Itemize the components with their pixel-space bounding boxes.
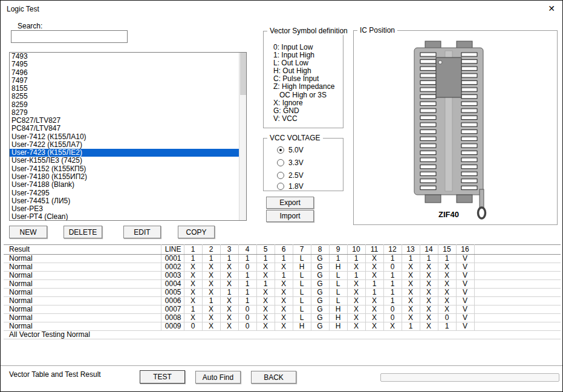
pin-value-cell: X	[365, 305, 383, 314]
vcc-option-1.8v[interactable]: 1.8V	[277, 182, 304, 191]
list-item[interactable]: User-РЕ3	[10, 205, 239, 213]
pin-value-cell: X	[347, 289, 365, 297]
pin-value-cell: X	[220, 305, 238, 314]
vcc-option-2.5v[interactable]: 2.5V	[277, 171, 304, 180]
back-button[interactable]: BACK	[251, 371, 296, 384]
list-item[interactable]: User-7422 (К155ЛА7)	[10, 141, 239, 149]
vcc-option-label: 5.0V	[288, 146, 304, 154]
pin-value-cell: 1	[329, 255, 347, 263]
pin-value-cell: L	[293, 255, 311, 263]
pin-value-cell: X	[256, 272, 275, 280]
vcc-option-3.3v[interactable]: 3.3V	[277, 158, 304, 167]
pin-value-cell: X	[402, 305, 420, 314]
pin-value-cell: 0	[438, 314, 456, 322]
list-item[interactable]: User-74451 (ЛИ5)	[10, 197, 239, 205]
list-item[interactable]: User-РТ4 (Clean)	[10, 213, 239, 220]
pin-value-cell: X	[275, 314, 293, 322]
pin-value-cell: V	[456, 314, 474, 322]
vector-symbol-line: X: Ignore	[273, 99, 343, 107]
ic-listbox[interactable]: 74937495749674978155825582598279PC827/LT…	[9, 52, 247, 221]
result-row[interactable]: Normal0001111111LG11X1111V	[4, 255, 561, 263]
list-item[interactable]: PC847/LTV847	[10, 125, 239, 132]
auto-find-button[interactable]: Auto Find	[195, 371, 241, 384]
search-input[interactable]	[11, 30, 128, 43]
radio-icon[interactable]	[277, 159, 284, 166]
result-row[interactable]: Normal0006X1X1XXLGLXX1XXXV	[4, 297, 561, 305]
listbox-scrollbar[interactable]	[239, 53, 246, 220]
ic-list-items: 74937495749674978155825582598279PC827/LT…	[10, 53, 239, 220]
radio-icon[interactable]	[277, 172, 284, 179]
result-row[interactable]: Normal0003XXX1X1LGL1X1XXXV	[4, 272, 561, 280]
list-item[interactable]: User-74180 (К155ИП2)	[10, 173, 239, 181]
list-item[interactable]: 8279	[10, 109, 239, 117]
list-item[interactable]: 7496	[10, 69, 239, 77]
list-item[interactable]: 8155	[10, 85, 239, 93]
pin-value-cell: X	[202, 314, 220, 322]
pin-value-cell: G	[311, 305, 329, 314]
list-item[interactable]: 7495	[10, 60, 239, 68]
test-button[interactable]: TEST	[140, 370, 185, 384]
result-row[interactable]: Normal0005XX11XXLGLX11XXXV	[4, 289, 561, 297]
vcc-option-5.0v[interactable]: 5.0V	[277, 146, 304, 154]
list-item[interactable]: User-74295	[10, 189, 239, 197]
pin-value-cell: V	[456, 280, 474, 289]
pin-value-cell: X	[275, 289, 293, 297]
result-row[interactable]: Normal0002XXX0XXHGHXX0XXXV	[4, 263, 561, 272]
pin-value-cell: 1	[238, 297, 256, 305]
pin-value-cell: X	[365, 255, 383, 263]
vcc-voltage-groupbox: VCC VOLTAGE 5.0V3.3V2.5V1.8V	[263, 138, 343, 191]
radio-icon[interactable]	[277, 183, 284, 190]
export-button[interactable]: Export	[266, 197, 314, 209]
pin-value-cell: 1	[238, 272, 256, 280]
filler-cell	[474, 280, 561, 289]
list-item[interactable]: 7497	[10, 77, 239, 85]
list-item[interactable]: 8259	[10, 101, 239, 109]
pin-value-cell: 1	[275, 272, 293, 280]
pin-value-cell: H	[329, 263, 347, 272]
scrollbar-thumb[interactable]	[240, 53, 246, 95]
import-button[interactable]: Import	[266, 210, 314, 222]
status-text: Vector Table and Test Result	[9, 370, 101, 379]
list-item[interactable]: User-К155ЛЕ3 (7425)	[10, 157, 239, 165]
list-item[interactable]: User-74188 (Blank)	[10, 181, 239, 189]
pin-value-cell: 1	[256, 255, 275, 263]
pin-value-cell: 1	[202, 255, 220, 263]
pin-value-cell: X	[220, 314, 238, 322]
pin-value-cell: 1	[383, 297, 402, 305]
delete-button[interactable]: DELETE	[63, 226, 102, 238]
list-item[interactable]: PC827/LTV827	[10, 117, 239, 125]
list-item[interactable]: User-7412 (К155ЛА10)	[10, 133, 239, 141]
list-item[interactable]: 7493	[10, 53, 239, 60]
vector-symbol-groupbox: Vector Symbol definition 0: Input Low1: …	[263, 31, 343, 128]
col-header: 6	[275, 245, 293, 255]
pin-value-cell: X	[438, 297, 456, 305]
pin-value-cell: 1	[383, 280, 402, 289]
result-row[interactable]: Normal0008XXX0XXLGHXX0XX0V	[4, 314, 561, 322]
pin-value-cell: X	[220, 280, 238, 289]
list-item[interactable]: User-74152 (К155КП5)	[10, 165, 239, 173]
close-icon[interactable]: ✕	[548, 4, 555, 13]
vector-symbol-line: V: VCC	[273, 115, 343, 123]
pin-value-cell: 0	[238, 314, 256, 322]
pin-value-cell: L	[329, 272, 347, 280]
result-row[interactable]: Normal0004XXX11XLGLX11XXXV	[4, 280, 561, 289]
pin-value-cell: V	[456, 322, 474, 331]
pin-value-cell: 1	[202, 297, 220, 305]
pin-value-cell: X	[184, 272, 202, 280]
filler-cell	[474, 322, 561, 331]
pin-value-cell: X	[365, 263, 383, 272]
edit-button[interactable]: EDIT	[123, 226, 161, 238]
pin-value-cell: X	[256, 263, 275, 272]
vector-symbol-line: G: GND	[273, 107, 343, 115]
radio-icon[interactable]	[277, 146, 284, 154]
list-item[interactable]: 8255	[10, 93, 239, 100]
result-row[interactable]: Normal00071XX0XXLGHXX0XXXV	[4, 305, 561, 314]
new-button[interactable]: NEW	[9, 226, 47, 238]
list-item[interactable]: User-7423 (К155ЛЕ2)	[10, 149, 239, 157]
pin-value-cell: V	[456, 255, 474, 263]
result-row[interactable]: Normal00090XX0XXHGHXXX1X1V	[4, 322, 561, 331]
line-cell: 0009	[161, 322, 184, 331]
pin-value-cell: X	[184, 280, 202, 289]
pin-value-cell: X	[365, 272, 383, 280]
copy-button[interactable]: COPY	[178, 226, 215, 238]
